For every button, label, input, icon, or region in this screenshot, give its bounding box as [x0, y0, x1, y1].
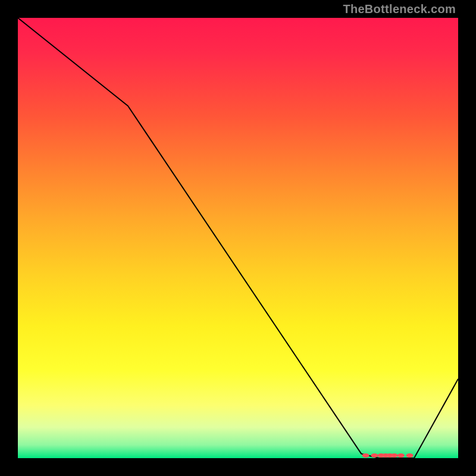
- chart-plot-area: [18, 18, 458, 458]
- marker-cluster: [362, 453, 369, 458]
- chart-line-layer: [18, 18, 458, 458]
- chart-overlay-svg: [18, 18, 458, 458]
- series-curve: [18, 18, 458, 458]
- attribution-label: TheBottleneck.com: [343, 2, 456, 16]
- marker-cluster: [371, 453, 378, 458]
- chart-frame: [0, 0, 476, 476]
- marker-cluster: [397, 453, 405, 458]
- marker-cluster: [406, 453, 414, 458]
- marker-cluster: [391, 453, 398, 458]
